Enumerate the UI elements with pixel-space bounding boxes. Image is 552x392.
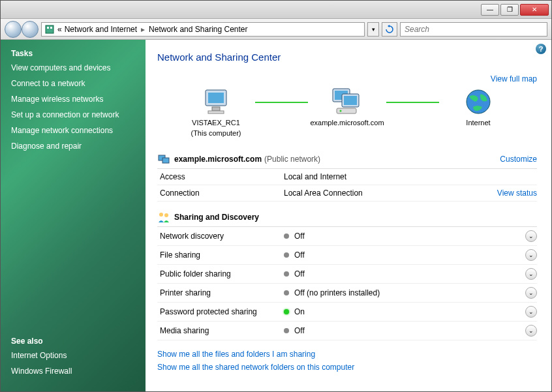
status-dot [284, 234, 289, 239]
refresh-icon [385, 25, 394, 34]
connection-line-1 [255, 102, 308, 103]
expand-button[interactable]: ⌄ [525, 230, 537, 242]
sharing-row: Password protected sharingOn⌄ [157, 303, 537, 322]
customize-link[interactable]: Customize [500, 155, 537, 164]
map-node-label: example.microsoft.com [310, 119, 384, 127]
close-button[interactable]: ✕ [520, 4, 549, 16]
search-input[interactable] [400, 22, 547, 37]
task-setup-connection[interactable]: Set up a connection or network [11, 110, 135, 119]
sharing-label: Network discovery [160, 232, 284, 241]
map-node-sublabel [477, 129, 479, 137]
sharing-row: Network discoveryOff⌄ [157, 227, 537, 246]
seealso-windows-firewall[interactable]: Windows Firewall [11, 367, 135, 376]
svg-rect-1 [47, 27, 49, 29]
status-dot [284, 271, 289, 277]
view-full-map-row: View full map [157, 74, 537, 83]
page-title: Network and Sharing Center [157, 52, 537, 63]
sharing-row: File sharingOff⌄ [157, 246, 537, 265]
breadcrumb-root[interactable]: « [57, 25, 62, 34]
access-label: Access [160, 172, 284, 181]
status-dot [284, 309, 289, 314]
expand-button[interactable]: ⌄ [525, 325, 537, 337]
sharing-section: Sharing and Discovery Network discoveryO… [157, 211, 537, 340]
network-map: VISTAEX_RC1 (This computer) example.micr… [157, 87, 537, 143]
sharing-label: File sharing [160, 250, 284, 260]
tasks-heading: Tasks [11, 49, 135, 58]
sidebar-spacer [11, 157, 135, 337]
network-type: (Public network) [264, 155, 320, 164]
content: ? Network and Sharing Center View full m… [146, 40, 551, 391]
address-bar[interactable]: « Network and Internet ▸ Network and Sha… [41, 22, 365, 37]
status-dot [284, 252, 289, 258]
breadcrumb-2[interactable]: Network and Sharing Center [149, 25, 247, 34]
help-icon[interactable]: ? [536, 44, 546, 54]
svg-point-16 [159, 213, 163, 217]
svg-rect-15 [162, 158, 169, 163]
sharing-heading: Sharing and Discovery [174, 213, 259, 222]
view-full-map-link[interactable]: View full map [491, 74, 537, 83]
body: Tasks View computers and devices Connect… [1, 40, 551, 391]
expand-button[interactable]: ⌄ [525, 268, 537, 280]
task-manage-wireless[interactable]: Manage wireless networks [11, 95, 135, 104]
status-dot [284, 290, 289, 295]
connection-label: Connection [160, 188, 284, 198]
sharing-value: Off [294, 232, 525, 241]
view-status-link[interactable]: View status [497, 188, 537, 198]
bottom-links: Show me all the files and folders I am s… [157, 350, 537, 372]
address-dropdown[interactable]: ▾ [367, 22, 379, 37]
sharing-section-header: Sharing and Discovery [157, 211, 537, 227]
network-section-header: example.microsoft.com (Public network) C… [157, 153, 537, 169]
maximize-button[interactable]: ❐ [500, 4, 519, 16]
globe-icon [464, 87, 493, 116]
connection-row: Connection Local Area Connection View st… [157, 185, 537, 202]
show-files-link[interactable]: Show me all the files and folders I am s… [157, 350, 315, 359]
svg-rect-6 [208, 111, 224, 113]
seealso-internet-options[interactable]: Internet Options [11, 351, 135, 360]
navbar: « Network and Internet ▸ Network and Sha… [1, 19, 551, 40]
task-connect-network[interactable]: Connect to a network [11, 79, 135, 88]
sidebar: Tasks View computers and devices Connect… [1, 40, 146, 391]
map-node-label: Internet [466, 119, 490, 127]
refresh-button[interactable] [382, 22, 397, 37]
map-node-sublabel: (This computer) [191, 129, 241, 137]
people-icon [157, 211, 170, 224]
access-row: Access Local and Internet [157, 169, 537, 185]
network-icon [157, 153, 170, 166]
titlebar: — ❐ ✕ [1, 1, 551, 19]
task-view-computers[interactable]: View computers and devices [11, 63, 135, 72]
expand-button[interactable]: ⌄ [525, 306, 537, 318]
expand-button[interactable]: ⌄ [525, 249, 537, 261]
back-button[interactable] [5, 21, 22, 38]
map-node-label: VISTAEX_RC1 [192, 119, 240, 127]
breadcrumb-1[interactable]: Network and Internet [65, 25, 137, 34]
gateway-icon [330, 87, 364, 116]
control-panel-icon [44, 24, 55, 35]
sharing-row: Public folder sharingOff⌄ [157, 265, 537, 284]
expand-button[interactable]: ⌄ [525, 287, 537, 299]
window: — ❐ ✕ « Network and Internet ▸ Network a… [0, 0, 552, 392]
sharing-row: Media sharingOff⌄ [157, 322, 537, 340]
network-section: example.microsoft.com (Public network) C… [157, 153, 537, 202]
seealso-heading: See also [11, 337, 135, 346]
svg-rect-5 [212, 107, 220, 111]
sharing-value: On [294, 307, 525, 316]
map-node-this-computer: VISTAEX_RC1 (This computer) [170, 87, 262, 137]
map-node-gateway: example.microsoft.com [301, 87, 393, 137]
svg-rect-0 [46, 25, 54, 33]
task-diagnose[interactable]: Diagnose and repair [11, 142, 135, 151]
breadcrumb-sep: ▸ [141, 25, 145, 34]
connection-value: Local Area Connection [284, 188, 497, 198]
sharing-label: Password protected sharing [160, 307, 284, 316]
minimize-button[interactable]: — [481, 4, 499, 16]
svg-rect-2 [50, 27, 52, 29]
task-manage-connections[interactable]: Manage network connections [11, 126, 135, 135]
network-name: example.microsoft.com [174, 155, 262, 164]
sharing-value: Off [294, 269, 525, 279]
forward-button[interactable] [22, 21, 38, 38]
svg-point-12 [340, 110, 342, 112]
svg-rect-4 [208, 93, 224, 103]
access-value: Local and Internet [284, 172, 537, 181]
sharing-label: Printer sharing [160, 288, 284, 297]
svg-point-17 [164, 213, 168, 217]
show-folders-link[interactable]: Show me all the shared network folders o… [157, 363, 354, 372]
